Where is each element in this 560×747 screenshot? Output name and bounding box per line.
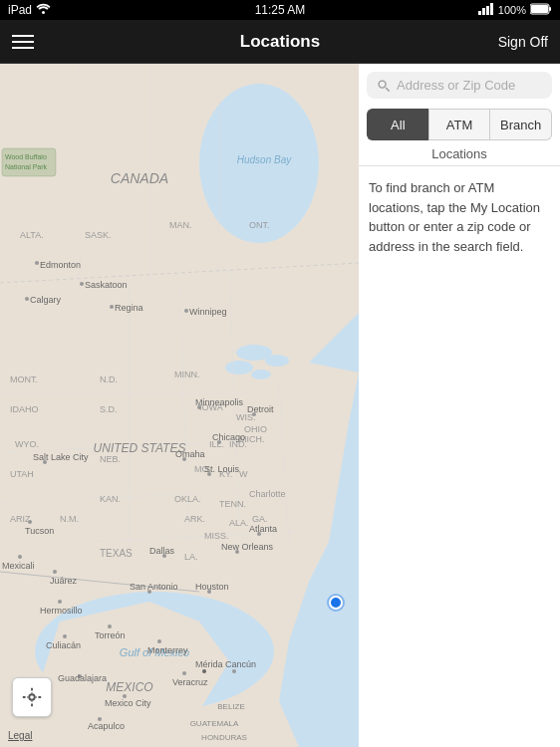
svg-text:S.D.: S.D. <box>100 404 118 414</box>
location-marker <box>329 596 343 610</box>
filter-branch-button[interactable]: Branch <box>490 109 552 140</box>
svg-text:Acapulco: Acapulco <box>88 721 125 731</box>
svg-text:OKLA.: OKLA. <box>174 494 201 504</box>
svg-rect-2 <box>482 8 485 15</box>
info-text: To find branch or ATM locations, tap the… <box>359 166 560 268</box>
search-input-wrapper[interactable] <box>367 72 552 99</box>
svg-point-14 <box>251 370 271 379</box>
svg-text:Mexico City: Mexico City <box>105 698 151 708</box>
my-location-button[interactable] <box>12 677 52 717</box>
svg-text:OHIO: OHIO <box>244 424 267 434</box>
svg-point-115 <box>58 600 62 604</box>
map-svg: CANADA UNITED STATES Hudson Bay Gulf of … <box>0 64 359 747</box>
locations-section-label: Locations <box>359 140 560 166</box>
svg-text:Omaha: Omaha <box>175 449 205 459</box>
filter-all-button[interactable]: All <box>367 109 428 140</box>
svg-text:Dallas: Dallas <box>149 546 175 556</box>
svg-point-121 <box>157 639 161 643</box>
svg-text:Culiacán: Culiacán <box>46 640 81 650</box>
svg-text:N.D.: N.D. <box>100 374 118 384</box>
svg-point-49 <box>80 282 84 286</box>
svg-line-140 <box>386 88 390 92</box>
svg-text:Mérida: Mérida <box>195 659 223 669</box>
svg-text:Salt Lake City: Salt Lake City <box>33 452 89 462</box>
svg-text:National Park: National Park <box>5 163 48 170</box>
svg-text:Calgary: Calgary <box>30 295 62 305</box>
search-icon <box>377 79 391 93</box>
svg-text:Atlanta: Atlanta <box>249 524 277 534</box>
svg-text:Charlotte: Charlotte <box>249 489 286 499</box>
svg-text:KAN.: KAN. <box>100 494 121 504</box>
right-panel: All ATM Branch Locations To find branch … <box>359 64 560 747</box>
svg-point-47 <box>25 297 29 301</box>
svg-point-51 <box>110 305 114 309</box>
svg-point-45 <box>35 261 39 265</box>
svg-rect-3 <box>486 6 489 15</box>
svg-text:UTAH: UTAH <box>10 469 34 479</box>
map-area[interactable]: CANADA UNITED STATES Hudson Bay Gulf of … <box>0 64 359 747</box>
svg-text:MAN.: MAN. <box>169 220 192 230</box>
svg-text:Hermosillo: Hermosillo <box>40 606 83 616</box>
svg-text:Regina: Regina <box>115 303 143 313</box>
svg-text:W: W <box>239 469 248 479</box>
svg-text:N.M.: N.M. <box>60 514 79 524</box>
signal-icon <box>478 3 494 18</box>
svg-text:Wood Buffalo: Wood Buffalo <box>5 153 47 160</box>
svg-point-138 <box>29 694 35 700</box>
svg-text:Chicago: Chicago <box>212 432 245 442</box>
svg-text:Hudson Bay: Hudson Bay <box>237 154 292 165</box>
svg-text:GUATEMALA: GUATEMALA <box>190 719 239 728</box>
svg-text:Detroit: Detroit <box>247 404 274 414</box>
svg-text:ALTA.: ALTA. <box>20 230 44 240</box>
search-bar <box>359 64 560 103</box>
menu-button[interactable] <box>12 35 34 49</box>
address-search-input[interactable] <box>397 78 542 93</box>
main-content: CANADA UNITED STATES Hudson Bay Gulf of … <box>0 64 560 747</box>
svg-text:Saskatoon: Saskatoon <box>85 280 128 290</box>
nav-bar: Locations Sign Off <box>0 20 560 64</box>
status-right: 100% <box>478 3 552 18</box>
svg-text:St. Louis: St. Louis <box>204 464 240 474</box>
svg-text:MEXICO: MEXICO <box>106 680 152 694</box>
legal-link[interactable]: Legal <box>8 730 32 741</box>
svg-text:Torreón: Torreón <box>95 630 126 640</box>
svg-text:Monterrey: Monterrey <box>147 645 188 655</box>
svg-point-13 <box>225 361 253 374</box>
svg-rect-1 <box>478 11 481 15</box>
svg-text:Guadalajara: Guadalajara <box>58 673 107 683</box>
sign-on-button[interactable]: Sign Off <box>498 34 548 50</box>
svg-text:Cancún: Cancún <box>225 659 256 669</box>
filter-buttons: All ATM Branch <box>359 103 560 140</box>
status-time: 11:25 AM <box>255 3 306 17</box>
svg-text:MONT.: MONT. <box>10 374 38 384</box>
svg-text:Winnipeg: Winnipeg <box>189 307 227 317</box>
svg-text:CANADA: CANADA <box>111 170 168 186</box>
svg-text:MINN.: MINN. <box>174 370 200 379</box>
svg-text:BELIZE: BELIZE <box>217 702 245 711</box>
svg-point-117 <box>108 624 112 628</box>
svg-text:LA.: LA. <box>184 552 198 562</box>
svg-text:GA.: GA. <box>252 514 268 524</box>
status-bar: iPad 11:25 AM 100% <box>0 0 560 20</box>
battery-level: 100% <box>498 4 526 16</box>
battery-icon <box>530 3 552 18</box>
svg-text:Juárez: Juárez <box>50 576 78 586</box>
svg-text:ONT.: ONT. <box>249 220 270 230</box>
svg-point-129 <box>202 669 206 673</box>
svg-text:San Antonio: San Antonio <box>130 582 178 592</box>
filter-atm-button[interactable]: ATM <box>428 109 491 140</box>
svg-text:Houston: Houston <box>195 582 229 592</box>
svg-point-53 <box>184 309 188 313</box>
svg-text:HONDURAS: HONDURAS <box>201 733 247 742</box>
svg-point-111 <box>18 555 22 559</box>
svg-text:WYO.: WYO. <box>15 439 39 449</box>
svg-text:Minneapolis: Minneapolis <box>195 397 244 407</box>
my-location-icon <box>21 686 43 708</box>
svg-point-131 <box>232 669 236 673</box>
svg-point-12 <box>265 355 289 367</box>
svg-text:Veracruz: Veracruz <box>172 677 208 687</box>
status-left: iPad <box>8 3 51 17</box>
svg-rect-6 <box>531 5 548 13</box>
svg-text:Tucson: Tucson <box>25 526 54 536</box>
svg-text:IDAHO: IDAHO <box>10 404 39 414</box>
